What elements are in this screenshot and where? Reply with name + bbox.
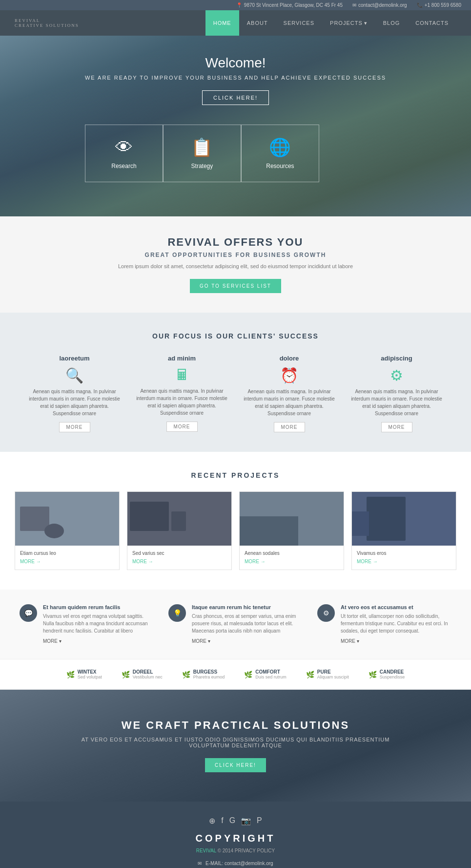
focus-item-body-3: Aenean quis mattis magna. In pulvinar in… <box>241 388 338 417</box>
partner-icon-burgess: 🌿 <box>182 671 190 678</box>
focus-item-title-4: adipiscing <box>348 355 446 362</box>
focus-more-2[interactable]: MORE <box>166 422 198 432</box>
focus-item-title-1: laoreetum <box>26 355 123 362</box>
offers-cta-button[interactable]: GO TO SERVICES LIST <box>190 279 281 293</box>
partner-candree: 🌿 CANDREE Suspendisse <box>369 669 405 679</box>
nav-home[interactable]: HOME <box>205 10 239 36</box>
partner-icon-pure: 🌿 <box>306 671 314 678</box>
partner-tagline-wintex: Sed volutpat <box>78 675 102 679</box>
nav-projects[interactable]: PROJECTS ▾ <box>322 10 375 36</box>
footer-year: © 2014 <box>218 848 233 853</box>
cta-button[interactable]: CLICK HERE! <box>205 758 266 772</box>
info-body-3: Ut tortor elit, ullamcorper non odio sol… <box>341 613 451 635</box>
social-rss[interactable]: ⊕ <box>209 816 215 826</box>
hero-cta-button[interactable]: CLICK HERE! <box>202 90 269 105</box>
info-title-2: Itaque earum rerum hic tenetur <box>192 604 303 610</box>
project-more-3[interactable]: MORE → <box>245 559 266 564</box>
svg-point-2 <box>44 524 64 538</box>
focus-item-body-4: Aenean quis mattis magna. In pulvinar in… <box>348 388 446 417</box>
focus-item-dolore: dolore ⏰ Aenean quis mattis magna. In pu… <box>241 355 338 432</box>
email-contact[interactable]: ✉ contact@demolink.org <box>352 2 407 8</box>
projects-grid: Etiam cursus leo MORE → Sed varius sec M… <box>15 491 456 570</box>
social-links: ⊕ f G 📷 P <box>10 816 461 826</box>
project-more-2[interactable]: MORE → <box>132 559 153 564</box>
info-icon-3: ⚙ <box>317 604 335 622</box>
partner-name-comfort: COMFORT <box>255 669 287 675</box>
social-instagram[interactable]: 📷 <box>241 816 251 826</box>
partner-burgess: 🌿 BURGESS Pharetra eumod <box>182 669 225 679</box>
footer-privacy[interactable]: PRIVACY POLICY <box>235 848 275 853</box>
partner-doreel: 🌿 DOREEL Vestibulum nec <box>122 669 163 679</box>
project-thumb-2 <box>127 492 231 546</box>
info-icon-1: 💬 <box>20 604 37 622</box>
project-thumb-4 <box>352 492 456 546</box>
info-more-2[interactable]: MORE ▾ <box>192 638 210 644</box>
info-item-2: 💡 Itaque earum rerum hic tenetur Cras ph… <box>168 604 303 644</box>
partner-tagline-pure: Aliquam suscipit <box>317 675 349 679</box>
hero-title: Welcome! <box>85 55 386 71</box>
social-pinterest[interactable]: P <box>257 816 262 826</box>
focus-item-title-3: dolore <box>241 355 338 362</box>
info-more-3[interactable]: MORE ▾ <box>341 638 359 644</box>
resources-icon: 🌐 <box>256 137 304 158</box>
project-card-4: Vivamus eros MORE → <box>351 491 456 570</box>
nav-about[interactable]: ABOUT <box>239 10 276 36</box>
focus-section: OUR FOCUS IS OUR CLIENTS' SUCCESS laoree… <box>0 313 471 452</box>
feature-box-resources[interactable]: 🌐 Resources <box>241 125 319 182</box>
info-content-3: At vero eos et accusamus et Ut tortor el… <box>341 604 451 644</box>
project-more-4[interactable]: MORE → <box>357 559 378 564</box>
social-google[interactable]: G <box>229 816 235 826</box>
offers-title: REVIVAL OFFERS YOU <box>10 236 461 249</box>
info-title-1: Et harum quidem rerum facilis <box>43 604 154 610</box>
focus-item-title-2: ad minim <box>133 355 231 362</box>
phone-contact[interactable]: 📞 +1 800 559 6580 <box>417 2 461 8</box>
laoreetum-icon: 🔍 <box>26 367 123 384</box>
focus-item-body-1: Aenean quis mattis magna. In pulvinar in… <box>26 388 123 417</box>
footer-copy: REVIVAL © 2014 PRIVACY POLICY <box>10 848 461 853</box>
focus-grid: laoreetum 🔍 Aenean quis mattis magna. In… <box>15 355 456 432</box>
focus-more-1[interactable]: MORE <box>59 422 90 432</box>
hero-content: Welcome! WE ARE READY TO IMPROVE YOUR BU… <box>85 55 386 182</box>
partner-wintex: 🌿 WINTEX Sed volutpat <box>66 669 102 679</box>
partner-tagline-candree: Suspendisse <box>380 675 405 679</box>
project-card-2: Sed varius sec MORE → <box>127 491 232 570</box>
nav-contacts[interactable]: CONTACTS <box>408 10 456 36</box>
social-facebook[interactable]: f <box>221 816 223 826</box>
partner-icon-doreel: 🌿 <box>122 671 130 678</box>
project-thumb-svg-2 <box>127 492 231 546</box>
info-item-3: ⚙ At vero eos et accusamus et Ut tortor … <box>317 604 451 644</box>
project-thumb-1 <box>15 492 119 546</box>
focus-more-3[interactable]: MORE <box>274 422 305 432</box>
logo[interactable]: Revival Creative Solutions <box>15 18 205 28</box>
project-title-1: Etiam cursus leo <box>20 550 114 556</box>
hero-subtitle: WE ARE READY TO IMPROVE YOUR BUSINESS AN… <box>85 75 386 81</box>
header: Revival Creative Solutions HOME ABOUT SE… <box>0 10 471 36</box>
focus-item-laoreetum: laoreetum 🔍 Aenean quis mattis magna. In… <box>26 355 123 432</box>
project-thumb-svg-1 <box>15 492 119 546</box>
partner-tagline-comfort: Duis sed rutrum <box>255 675 287 679</box>
focus-more-4[interactable]: MORE <box>381 422 412 432</box>
feature-box-research[interactable]: 👁 Research <box>85 125 163 182</box>
projects-title: RECENT PROJECTS <box>15 471 456 479</box>
footer-email-address: contact@demolink.org <box>225 861 273 866</box>
feature-label-research: Research <box>111 163 136 169</box>
email-icon: ✉ <box>352 2 356 8</box>
info-more-1[interactable]: MORE ▾ <box>43 638 61 644</box>
chevron-down-icon: ▾ <box>364 20 368 26</box>
project-more-1[interactable]: MORE → <box>20 559 41 564</box>
info-title-3: At vero eos et accusamus et <box>341 604 451 610</box>
svg-rect-10 <box>352 511 369 536</box>
focus-item-adminim: ad minim 🖩 Aenean quis mattis magna. In … <box>133 355 231 432</box>
project-title-4: Vivamus eros <box>357 550 451 556</box>
svg-rect-5 <box>171 511 186 531</box>
info-content-2: Itaque earum rerum hic tenetur Cras phon… <box>192 604 303 644</box>
partner-name-burgess: BURGESS <box>193 669 225 675</box>
footer-brand: REVIVAL <box>196 848 216 853</box>
nav-services[interactable]: SERVICES <box>276 10 322 36</box>
topbar: 📍 9870 St Vincent Place, Glasgow, DC 45 … <box>0 0 471 10</box>
focus-item-body-2: Aenean quis mattis magna. In pulvinar in… <box>133 387 231 417</box>
nav-blog[interactable]: BLOG <box>375 10 408 36</box>
svg-rect-4 <box>130 502 169 531</box>
hero-section: Welcome! WE ARE READY TO IMPROVE YOUR BU… <box>0 36 471 216</box>
feature-box-strategy[interactable]: 📋 Strategy <box>163 125 241 182</box>
